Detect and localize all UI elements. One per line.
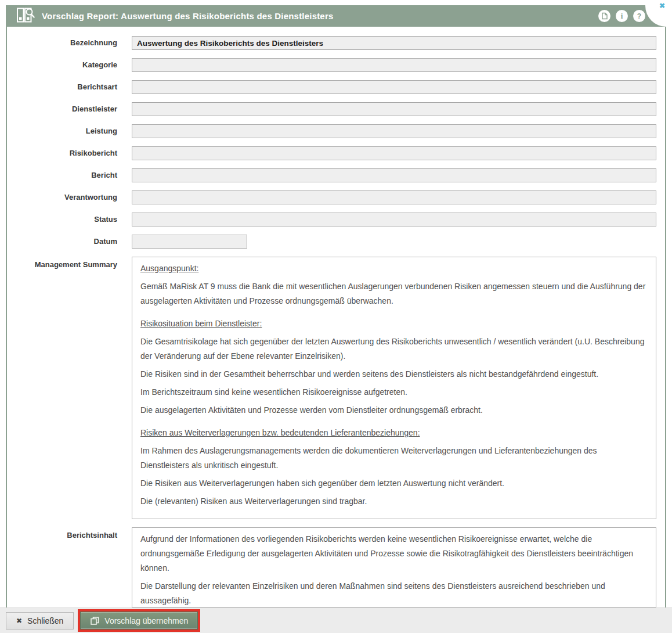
bericht-label: Bericht	[7, 168, 132, 182]
report-search-icon	[15, 7, 35, 26]
form-row-bezeichnung: Bezeichnung	[7, 36, 656, 50]
copy-icon	[90, 616, 99, 625]
form-row-leistung: Leistung	[7, 124, 656, 138]
footer-bar: ✖ Schließen Vorschlag übernehmen	[0, 607, 672, 633]
verantwortung-label: Verantwortung	[7, 190, 132, 204]
risikobericht-label: Risikobericht	[7, 146, 132, 160]
form-row-verantwortung: Verantwortung	[7, 190, 656, 204]
summary-paragraph: Die Risiken sind in der Gesamtheit beher…	[140, 367, 648, 382]
kategorie-input[interactable]	[132, 58, 656, 72]
datum-label: Datum	[7, 235, 132, 249]
vorschlag-report-dialog-page: Vorschlag Report: Auswertung des Risikob…	[0, 0, 672, 633]
info-icon[interactable]: i	[616, 10, 628, 22]
vorschlag-uebernehmen-label: Vorschlag übernehmen	[104, 616, 188, 625]
bericht-input[interactable]	[132, 168, 656, 182]
bezeichnung-label: Bezeichnung	[7, 36, 132, 50]
content-paragraph: Aufgrund der Informationen des vorliegen…	[140, 532, 648, 576]
form-row-management-summary: Management Summary Ausgangspunkt: Gemäß …	[7, 257, 656, 519]
risikobericht-input[interactable]	[132, 146, 656, 160]
close-icon[interactable]: ✖	[659, 2, 665, 10]
form-row-dienstleister: Dienstleister	[7, 102, 656, 116]
summary-paragraph: Die Gesamtrisikolage hat sich gegenüber …	[140, 335, 648, 364]
bezeichnung-input[interactable]	[132, 36, 656, 50]
summary-heading: Risikosituation beim Dienstleister:	[140, 316, 648, 331]
summary-heading: Ausgangspunkt:	[140, 261, 648, 276]
dialog-body: Bezeichnung Kategorie Berichtsart Dienst…	[6, 27, 666, 607]
dienstleister-label: Dienstleister	[7, 102, 132, 116]
vorschlag-uebernehmen-button[interactable]: Vorschlag übernehmen	[80, 612, 198, 630]
header-icon-group: i ?	[598, 10, 645, 22]
annotation-highlight-box: Vorschlag übernehmen	[78, 609, 200, 632]
kategorie-label: Kategorie	[7, 58, 132, 72]
form-row-status: Status	[7, 213, 656, 226]
berichtsinhalt-label: Berichtsinhalt	[7, 527, 132, 607]
form-row-kategorie: Kategorie	[7, 58, 656, 72]
berichtsart-label: Berichtsart	[7, 80, 132, 94]
berichtsinhalt-textarea[interactable]: Aufgrund der Informationen des vorliegen…	[132, 527, 656, 607]
pdf-export-icon[interactable]	[598, 10, 610, 22]
summary-paragraph: Die ausgelagerten Aktivitäten und Prozes…	[140, 403, 648, 418]
leistung-input[interactable]	[132, 124, 656, 138]
schliessen-button-label: Schließen	[27, 616, 63, 625]
form-row-berichtsinhalt: Berichtsinhalt Aufgrund der Informatione…	[7, 527, 656, 607]
datum-input[interactable]	[132, 235, 247, 249]
summary-paragraph: Im Berichtszeitraum sind keine wesentlic…	[140, 385, 648, 400]
status-input[interactable]	[132, 213, 656, 226]
berichtsart-input[interactable]	[132, 80, 656, 94]
help-icon[interactable]: ?	[633, 10, 645, 22]
verantwortung-input[interactable]	[132, 190, 656, 204]
summary-heading: Risiken aus Weiterverlagerungen bzw. bed…	[140, 426, 648, 440]
form-row-bericht: Bericht	[7, 168, 656, 182]
form-row-datum: Datum	[7, 235, 656, 249]
info-glyph: i	[621, 12, 623, 21]
summary-paragraph: Die (relevanten) Risiken aus Weiterverla…	[140, 494, 648, 509]
status-label: Status	[7, 213, 132, 226]
form-row-risikobericht: Risikobericht	[7, 146, 656, 160]
leistung-label: Leistung	[7, 124, 132, 138]
summary-paragraph: Die Risiken aus Weiterverlagerungen habe…	[140, 476, 648, 491]
help-glyph: ?	[637, 12, 641, 20]
dialog-title: Vorschlag Report: Auswertung des Risikob…	[42, 11, 334, 21]
schliessen-button[interactable]: ✖ Schließen	[6, 612, 74, 630]
content-paragraph: Die Darstellung der relevanten Einzelris…	[140, 579, 648, 607]
management-summary-textarea[interactable]: Ausgangspunkt: Gemäß MaRisk AT 9 muss di…	[132, 257, 656, 519]
summary-paragraph: Im Rahmen des Auslagerungsmanagements we…	[140, 444, 648, 473]
form-row-berichtsart: Berichtsart	[7, 80, 656, 94]
dienstleister-input[interactable]	[132, 102, 656, 116]
summary-paragraph: Gemäß MaRisk AT 9 muss die Bank die mit …	[140, 279, 648, 308]
close-x-icon: ✖	[16, 617, 22, 625]
dialog-header: Vorschlag Report: Auswertung des Risikob…	[6, 5, 666, 27]
vorschlag-report-dialog: Vorschlag Report: Auswertung des Risikob…	[6, 5, 666, 607]
management-summary-label: Management Summary	[7, 257, 132, 519]
